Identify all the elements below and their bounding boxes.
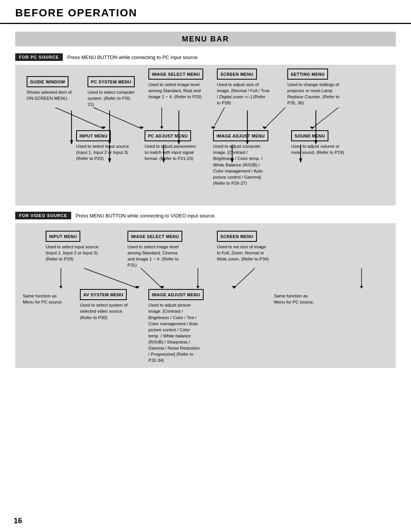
pc-adjust-menu-desc: Used to adjust parameters to match with …	[145, 143, 198, 161]
av-system-menu-desc: Used to select system of selected video …	[80, 302, 133, 320]
same-function-right: Same function asMenu for PC source.	[274, 293, 327, 305]
page-number: 16	[14, 516, 22, 525]
video-diagonal-arrows	[30, 268, 381, 289]
page-header: BEFORE OPERATION	[0, 0, 411, 24]
menu-bar-title: MENU BAR	[15, 32, 396, 46]
guide-window-item: GUIDE WINDOW Shows selected item of ON-S…	[27, 76, 76, 101]
video-source-diagram: INPUT MENU Used to select input source (…	[15, 223, 396, 368]
image-select-menu-video-label: IMAGE SELECT MENU	[131, 234, 179, 239]
video-source-desc: Press MENU BUTTON while connecting to VI…	[76, 213, 216, 219]
video-source-badge: FOR VIDEO SOURCE	[15, 212, 71, 219]
screen-menu-item: SCREEN MENU Used to adjust size of image…	[217, 69, 276, 106]
pc-adjust-menu-label: PC ADJUST MENU	[148, 134, 188, 138]
svg-line-24	[213, 107, 225, 128]
svg-line-26	[264, 107, 285, 128]
svg-marker-39	[59, 286, 62, 289]
input-menu-pc-box: INPUT MENU	[76, 130, 111, 141]
svg-marker-25	[211, 126, 215, 129]
svg-line-20	[93, 107, 141, 128]
svg-line-28	[312, 107, 339, 128]
image-adjust-menu-pc-desc: Used to adjust computer image. [Contrast…	[213, 143, 266, 186]
input-menu-pc-item: INPUT MENU Used to select input source (…	[76, 130, 133, 161]
screen-menu-video-label: SCREEN MENU	[220, 234, 253, 239]
pc-system-menu-label: PC SYSTEM MENU	[91, 80, 131, 84]
pc-diagonal-arrows	[27, 107, 384, 130]
av-system-menu-box: AV SYSTEM MENU	[80, 289, 127, 300]
pc-source-badge: FOR PC SOURCE	[15, 53, 63, 61]
svg-line-36	[234, 268, 255, 288]
pc-system-menu-desc: Used to select computer system. (Refer t…	[88, 89, 137, 107]
sound-menu-label: SOUND MENU	[295, 134, 325, 138]
pc-system-menu-box: PC SYSTEM MENU	[88, 76, 135, 87]
svg-marker-35	[196, 286, 199, 289]
input-menu-video-item: INPUT MENU Used to select input source (…	[46, 231, 105, 262]
guide-window-box: GUIDE WINDOW	[27, 76, 68, 87]
image-adjust-menu-pc-label: IMAGE ADJUST MENU	[217, 134, 265, 138]
input-menu-video-desc: Used to select input source (Input 1, In…	[46, 244, 99, 262]
sound-menu-box: SOUND MENU	[291, 130, 328, 141]
setting-menu-label: SETTING MENU	[291, 72, 325, 77]
av-system-menu-label: AV SYSTEM MENU	[83, 292, 123, 297]
sound-menu-desc: Used to adjust volume or mute sound. (Re…	[291, 143, 344, 155]
sound-menu-item: SOUND MENU Used to adjust volume or mute…	[291, 130, 344, 155]
image-select-menu-video-box: IMAGE SELECT MENU	[127, 231, 182, 242]
screen-menu-video-box: SCREEN MENU	[217, 231, 257, 242]
pc-source-label-row: FOR PC SOURCE Press MENU BUTTON while co…	[15, 53, 396, 61]
same-function-left: Same function asMenu for PC source.	[23, 293, 72, 305]
image-adjust-menu-video-box: IMAGE ADJUST MENU	[148, 289, 204, 300]
pc-source-desc: Press MENU BUTTON while connecting to PC…	[67, 54, 199, 60]
screen-menu-video-desc: Used to set size of image to Full, Zoom,…	[217, 244, 270, 262]
setting-menu-desc: Used to change settings of projector or …	[287, 81, 341, 106]
input-menu-pc-desc: Used to select input source (Input 1, In…	[76, 143, 129, 161]
svg-marker-23	[160, 126, 163, 129]
image-adjust-menu-video-item: IMAGE ADJUST MENU Used to adjust picture…	[148, 289, 228, 363]
pc-system-menu-item: PC SYSTEM MENU Used to select computer s…	[88, 76, 137, 107]
pc-source-diagram: GUIDE WINDOW Shows selected item of ON-S…	[15, 65, 396, 206]
svg-marker-33	[160, 286, 164, 289]
pc-adjust-menu-box: PC ADJUST MENU	[145, 130, 191, 141]
screen-menu-box: SCREEN MENU	[217, 69, 257, 80]
main-content: MENU BAR FOR PC SOURCE Press MENU BUTTON…	[0, 24, 411, 382]
svg-marker-37	[232, 286, 236, 289]
input-menu-video-box: INPUT MENU	[46, 231, 80, 242]
svg-line-30	[84, 268, 137, 288]
page-title: BEFORE OPERATION	[15, 7, 396, 19]
image-adjust-menu-video-label: IMAGE ADJUST MENU	[152, 292, 200, 297]
svg-marker-41	[360, 286, 363, 289]
image-select-menu-label: IMAGE SELECT MENU	[152, 72, 200, 77]
setting-menu-box: SETTING MENU	[287, 69, 328, 80]
screen-menu-label: SCREEN MENU	[220, 72, 253, 77]
input-menu-video-label: INPUT MENU	[49, 234, 77, 239]
image-select-menu-desc: Used to select image level among Standar…	[148, 81, 202, 100]
image-select-menu-box: IMAGE SELECT MENU	[148, 69, 203, 80]
input-menu-pc-label: INPUT MENU	[80, 134, 107, 138]
pc-adjust-menu-item: PC ADJUST MENU Used to adjust parameters…	[145, 130, 202, 161]
image-select-menu-item: IMAGE SELECT MENU Used to select image l…	[148, 69, 206, 100]
image-adjust-menu-video-desc: Used to adjust picture image. [Contrast …	[148, 302, 202, 363]
image-select-menu-video-item: IMAGE SELECT MENU Used to select image l…	[127, 231, 194, 268]
guide-window-desc: Shows selected item of ON-SCREEN MENU.	[27, 89, 76, 101]
image-adjust-menu-pc-box: IMAGE ADJUST MENU	[213, 130, 268, 141]
setting-menu-item: SETTING MENU Used to change settings of …	[287, 69, 346, 106]
image-adjust-menu-pc-item: IMAGE ADJUST MENU Used to adjust compute…	[213, 130, 280, 186]
screen-menu-video-item: SCREEN MENU Used to set size of image to…	[217, 231, 284, 262]
av-system-menu-item: AV SYSTEM MENU Used to select system of …	[80, 289, 141, 320]
image-select-menu-video-desc: Used to select image level among Standar…	[127, 244, 181, 268]
video-source-label-row: FOR VIDEO SOURCE Press MENU BUTTON while…	[15, 212, 396, 219]
svg-line-18	[55, 107, 103, 128]
svg-line-32	[141, 268, 162, 288]
screen-menu-desc: Used to adjust size of image. [Normal / …	[217, 81, 270, 106]
guide-window-label: GUIDE WINDOW	[30, 80, 65, 84]
